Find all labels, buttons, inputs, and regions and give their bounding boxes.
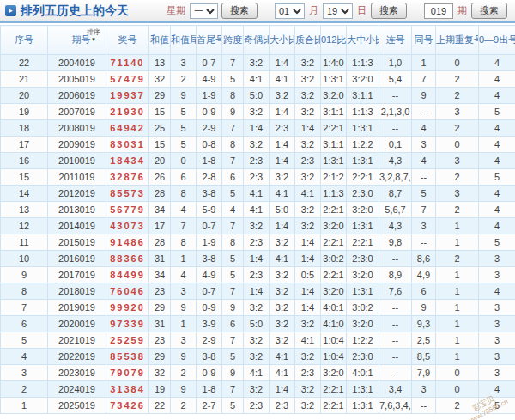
- cell-012-ratio: 2:2:1: [321, 398, 347, 414]
- cell-prime-composite: 3:2: [295, 55, 321, 71]
- cell-repeat-count: 1: [436, 349, 479, 365]
- cell-serial: 13: [1, 202, 48, 218]
- date-search-button[interactable]: 搜索: [371, 3, 407, 19]
- cell-sum: 29: [149, 88, 171, 104]
- cell-odd-even: 3:2: [244, 104, 270, 120]
- cell-prize: 64942: [106, 120, 149, 137]
- cell-same: 3: [412, 218, 436, 234]
- issue-col-label: 期号: [71, 33, 82, 46]
- cell-first-last: 2-8: [197, 169, 222, 186]
- table-row: 112015019914862881-982:33:21:42:2:12:2:1…: [1, 234, 515, 251]
- cell-span: 5: [222, 71, 244, 88]
- week-label: 星期: [167, 4, 185, 17]
- cell-big-small: 1:4: [270, 104, 295, 120]
- table-row: 152011019328762662-862:33:23:22:1:22:2:1…: [1, 169, 515, 186]
- cell-first-last: 3-8: [197, 349, 222, 365]
- cell-odd-even: 5:0: [244, 316, 270, 332]
- cell-digit-count: 3: [479, 349, 515, 365]
- cell-serial: 1: [1, 398, 48, 414]
- cell-span: 5: [222, 398, 244, 414]
- cell-repeat-count: 3: [436, 186, 479, 202]
- issue-search-button[interactable]: 搜索: [471, 3, 507, 19]
- cell-repeat-count: 2: [436, 169, 479, 186]
- table-row: 192007019219301550-993:21:43:23:1:11:1:3…: [1, 104, 515, 120]
- cell-big-small: 3:2: [270, 267, 295, 283]
- cell-sum: 13: [149, 55, 171, 71]
- cell-repeat-count: 2: [436, 202, 479, 218]
- cell-sum-tail: 2: [171, 365, 197, 381]
- cell-012-ratio: 2:1:2: [321, 169, 347, 186]
- cell-odd-even: 2:3: [244, 398, 270, 414]
- cell-digit-count: 4: [479, 120, 515, 137]
- cell-issue: 2019019: [48, 300, 106, 316]
- cell-repeat-count: 2: [436, 251, 479, 267]
- cell-012-ratio: 2:2:1: [321, 234, 347, 251]
- cell-issue: 2024019: [48, 381, 106, 398]
- cell-prize: 21930: [106, 104, 149, 120]
- cell-issue: 2021019: [48, 332, 106, 349]
- week-search-button[interactable]: 搜索: [221, 3, 258, 19]
- cell-first-last: 2-9: [197, 332, 222, 349]
- table-row: 132013019567793445-944:15:03:22:2:13:2:0…: [1, 202, 515, 218]
- cell-consecutive: --: [379, 332, 412, 349]
- search-controls: 星期 一 搜索 01 月 19 日 搜索 期 搜索: [164, 3, 509, 19]
- cell-digit-count: 4: [479, 218, 515, 234]
- cell-repeat-count: 2: [436, 71, 479, 88]
- cell-serial: 15: [1, 169, 48, 186]
- cell-issue: 2010019: [48, 153, 106, 169]
- cell-012-ratio: 3:2:0: [321, 218, 347, 234]
- cell-prime-composite: 3:2: [295, 88, 321, 104]
- cell-span: 4: [222, 202, 244, 218]
- month-select[interactable]: 01: [275, 3, 305, 19]
- cell-big-mid-small: 1:2:2: [347, 332, 379, 349]
- cell-sum-tail: 1: [171, 316, 197, 332]
- cell-sum-tail: 0: [171, 153, 197, 169]
- cell-012-ratio: 1:4:0: [321, 55, 347, 71]
- cell-issue: 2007019: [48, 104, 106, 120]
- cell-big-small: 3:2: [270, 234, 295, 251]
- cell-first-last: 5-9: [197, 202, 222, 218]
- cell-prime-composite: 3:2: [295, 349, 321, 365]
- day-select[interactable]: 19: [323, 3, 353, 19]
- sort-control[interactable]: 排序: [87, 29, 100, 42]
- cell-prize: 79079: [106, 365, 149, 381]
- col-header-odd-even: 奇偶比: [244, 26, 270, 55]
- cell-big-mid-small: 3:0:2: [347, 300, 379, 316]
- cell-first-last: 1-9: [197, 234, 222, 251]
- col-header-issue: 期号排序: [48, 26, 106, 55]
- cell-first-last: 0-9: [197, 365, 222, 381]
- cell-sum: 23: [149, 332, 171, 349]
- cell-sum-tail: 8: [171, 186, 197, 202]
- cell-012-ratio: 1:3:1: [321, 71, 347, 88]
- cell-big-mid-small: 4:0:1: [347, 365, 379, 381]
- cell-prize: 97339: [106, 316, 149, 332]
- issue-input[interactable]: [424, 3, 453, 19]
- cell-big-mid-small: 1:3:1: [347, 218, 379, 234]
- cell-first-last: 4-9: [197, 267, 222, 283]
- cell-big-mid-small: 2:3:0: [347, 186, 379, 202]
- cell-issue: 2013019: [48, 202, 106, 218]
- cell-prime-composite: 1:4: [295, 234, 321, 251]
- page-title: 排列五历史上的今天: [21, 3, 129, 19]
- cell-first-last: 1-8: [197, 381, 222, 398]
- table-row: 12025019734262222-752:32:33:22:2:11:3:17…: [1, 398, 515, 414]
- cell-consecutive: 1,0: [379, 55, 412, 71]
- cell-span: 7: [222, 381, 244, 398]
- cell-issue: 2006019: [48, 88, 106, 104]
- cell-span: 8: [222, 234, 244, 251]
- cell-repeat-count: 1: [436, 234, 479, 251]
- cell-big-small: 4:1: [270, 251, 295, 267]
- cell-012-ratio: 4:0:1: [321, 300, 347, 316]
- cell-prime-composite: 3:2: [295, 137, 321, 153]
- cell-sum-tail: 4: [171, 267, 197, 283]
- cell-prize: 85573: [106, 186, 149, 202]
- cell-first-last: 2-7: [197, 398, 222, 414]
- cell-odd-even: 2:3: [244, 234, 270, 251]
- cell-big-small: 3:2: [270, 316, 295, 332]
- cell-prize: 85538: [106, 349, 149, 365]
- week-select[interactable]: 一: [190, 3, 218, 19]
- cell-digit-count: 4: [479, 137, 515, 153]
- cell-odd-even: 2:3: [244, 153, 270, 169]
- cell-serial: 21: [1, 71, 48, 88]
- table-row: 92017019844993444-952:33:20:52:2:13:2:08…: [1, 267, 515, 283]
